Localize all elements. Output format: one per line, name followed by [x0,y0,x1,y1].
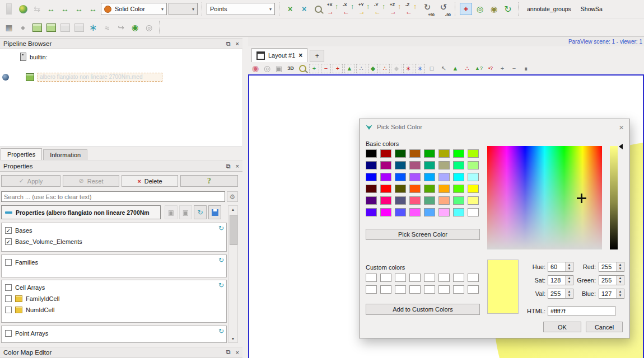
camera-plus-z-button[interactable]: +Z↑→ [389,2,403,16]
basic-color-swatch[interactable] [409,208,421,216]
custom-color-swatch[interactable] [453,285,464,294]
red-spinbox[interactable]: 255 ▲▼ [599,262,624,272]
close-tab-icon[interactable]: × [298,51,302,59]
basic-color-swatch[interactable] [438,149,450,158]
color-crosshair[interactable] [577,194,586,203]
search-input[interactable] [1,191,225,202]
basic-color-swatch[interactable] [395,161,406,169]
zoom-to-box-icon[interactable] [312,3,324,15]
custom-color-swatch[interactable] [424,274,435,282]
shrink-selection-icon[interactable]: − [509,64,519,73]
close-panel-icon[interactable]: × [236,349,239,356]
select-points-rect-icon[interactable]: − [321,64,331,73]
query-points-icon[interactable]: •? [486,64,496,73]
macro-showsa-button[interactable]: ShowSa [577,6,606,12]
spin-up-icon[interactable]: ▲ [619,263,622,267]
select-cells-through-icon[interactable]: + [333,64,343,73]
custom-color-swatch[interactable] [366,274,377,282]
custom-color-swatch[interactable] [409,285,421,294]
float-panel-icon[interactable]: ⧉ [226,163,231,170]
basic-color-swatch[interactable] [468,161,479,169]
save-defaults-icon[interactable] [208,205,221,219]
dialog-close-icon[interactable]: × [619,123,624,132]
basic-color-swatch[interactable] [366,185,377,193]
basic-color-swatch[interactable] [453,208,464,216]
basic-color-swatch[interactable] [424,161,435,169]
basic-color-swatch[interactable] [380,196,391,205]
slice-icon[interactable] [45,21,57,34]
basic-color-swatch[interactable] [453,196,464,205]
help-button[interactable]: ? [180,175,238,187]
camera-plus-y-button[interactable]: +Y↑→ [357,2,371,16]
select-cells-polygon-icon[interactable]: ∴ [356,64,366,73]
basic-color-swatch[interactable] [468,185,479,193]
basic-color-swatch[interactable] [468,208,479,216]
spin-down-icon[interactable]: ▼ [619,267,622,271]
color-by-combo[interactable]: Solid Color ▾ [101,3,167,15]
group-datasets-icon[interactable]: ◉ [129,21,141,34]
scroll-up-icon[interactable]: ▲ [228,208,237,211]
basic-color-swatch[interactable] [395,173,406,181]
clear-selection-trash-icon[interactable]: ∎ [521,64,531,73]
basic-color-swatch[interactable] [380,161,391,169]
basic-color-swatch[interactable] [424,208,435,216]
basic-color-swatch[interactable] [395,208,406,216]
visibility-eye-icon[interactable] [2,74,9,81]
basic-color-swatch[interactable] [380,208,391,216]
basic-color-swatch[interactable] [468,173,479,181]
tooltip-cells-icon[interactable]: ▲ [450,64,460,73]
checkbox[interactable]: ✓ [5,227,12,234]
extract-subset-icon[interactable] [73,21,85,34]
capture-screenshot-icon[interactable]: ▣ [274,64,284,73]
glyph-icon[interactable]: ∗ [87,21,99,34]
float-panel-icon[interactable]: ⧉ [226,40,231,48]
camera-minus-x-button[interactable]: -X↑← [342,2,356,16]
zoom-to-data-icon[interactable]: × [298,3,310,15]
spin-down-icon[interactable]: ▼ [619,294,622,298]
blue-spinbox[interactable]: 127 ▲▼ [599,289,624,299]
select-block-icon[interactable]: ∴ [380,64,390,73]
checkbox[interactable] [5,307,12,313]
copy-properties-icon[interactable]: ▣ [165,205,178,219]
grow-selection-icon[interactable]: + [497,64,507,73]
component-combo[interactable]: ▾ [169,3,198,15]
camera-plus-x-button[interactable]: +X↑→ [326,2,340,16]
rescale-visible-range-icon[interactable]: ↔ [87,3,99,15]
contour-icon[interactable]: ● [17,21,29,34]
custom-color-swatch[interactable] [395,285,406,294]
basic-color-swatch[interactable] [409,149,421,158]
custom-color-swatch[interactable] [468,274,479,282]
reload-array-icon[interactable]: ↻ [218,256,224,264]
html-color-input[interactable] [548,306,615,316]
custom-color-swatch[interactable] [438,285,450,294]
new-layout-tab-button[interactable]: + [310,50,324,62]
spin-up-icon[interactable]: ▲ [619,276,622,280]
basic-color-swatch[interactable] [438,185,450,193]
dialog-title-bar[interactable]: Pick Solid Color × [360,119,629,135]
basic-color-swatch[interactable] [453,185,464,193]
basic-color-swatch[interactable] [395,149,406,158]
hue-saturation-picker[interactable] [487,146,602,249]
delete-button[interactable]: × Delete [122,175,178,187]
macro-annotate-groups-button[interactable]: annotate_groups [523,6,575,12]
basic-color-swatch[interactable] [438,196,450,205]
camera-minus-y-button[interactable]: -Y↑← [373,2,387,16]
properties-scrollbar[interactable]: ▲ ▼ [228,205,238,343]
pipeline-source-item[interactable]: albero flangiato non lineare 2700Nm.med [38,73,162,82]
checkbox[interactable]: ✓ [5,238,12,245]
value-slider-arrow-icon[interactable] [619,144,623,149]
basic-color-swatch[interactable] [468,196,479,205]
scrollbar-thumb[interactable] [230,215,237,245]
apply-button[interactable]: ✓ Apply [1,175,60,187]
basic-color-swatch[interactable] [409,185,421,193]
basic-color-swatch[interactable] [366,161,377,169]
custom-color-swatch[interactable] [395,274,406,282]
calculator-icon[interactable]: ▦ [3,21,15,34]
spin-up-icon[interactable]: ▲ [619,290,622,294]
representation-combo[interactable]: Points ▾ [207,3,275,15]
array-row[interactable]: Families [2,257,226,268]
spin-down-icon[interactable]: ▼ [619,280,622,284]
basic-color-swatch[interactable] [468,149,479,158]
threshold-icon[interactable] [59,21,71,34]
toggle-scalar-bar-icon[interactable] [3,3,15,15]
